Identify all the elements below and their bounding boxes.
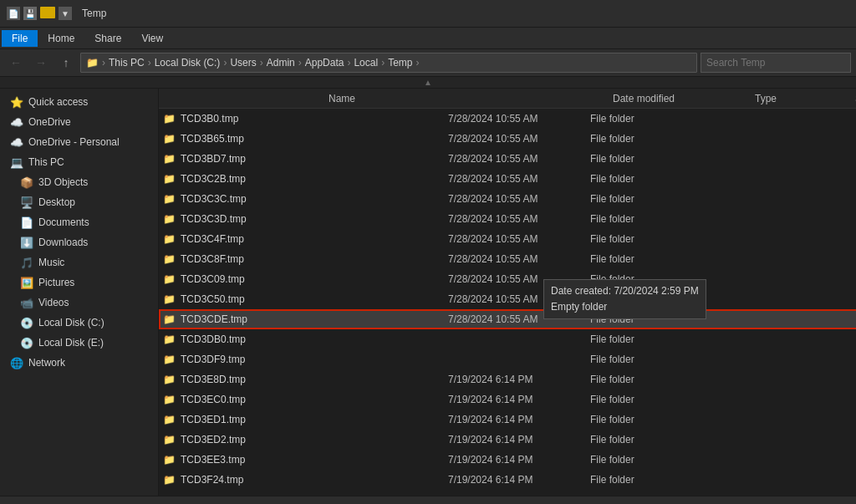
- breadcrumb-appdata[interactable]: AppData: [305, 57, 344, 69]
- file-type: File folder: [590, 354, 690, 365]
- menu-share[interactable]: Share: [84, 30, 131, 47]
- folder-icon-small: 📁: [162, 353, 176, 366]
- table-row[interactable]: 📁 TCD3C8F.tmp 7/28/2024 10:55 AM File fo…: [159, 249, 856, 269]
- file-list: 📁 TCD3B0.tmp 7/28/2024 10:55 AM File fol…: [159, 109, 856, 496]
- file-date: 7/28/2024 10:55 AM: [448, 133, 590, 145]
- file-name: TCD3DB0.tmp: [181, 333, 448, 345]
- file-type: File folder: [590, 273, 690, 285]
- folder-icon-small: 📁: [162, 453, 176, 466]
- sidebar-label-downloads: Downloads: [38, 237, 88, 248]
- sidebar-item-onedrive-personal[interactable]: ☁️ OneDrive - Personal: [0, 132, 158, 152]
- sidebar-item-music[interactable]: 🎵 Music: [0, 252, 158, 272]
- forward-button[interactable]: →: [30, 53, 52, 72]
- file-name: TCD3ED2.tmp: [181, 434, 448, 445]
- computer-icon: 💻: [10, 155, 23, 169]
- table-row[interactable]: 📁 TCD3DB0.tmp File folder: [159, 329, 856, 349]
- file-date: 7/19/2024 6:14 PM: [448, 414, 590, 425]
- sidebar-item-onedrive[interactable]: ☁️ OneDrive: [0, 112, 158, 132]
- menubar: File Home Share View: [0, 27, 856, 48]
- folder-icon-small: 📁: [162, 192, 176, 206]
- folder-icon-small: 📁: [162, 293, 176, 306]
- table-row[interactable]: 📁 TCD3DF9.tmp File folder: [159, 349, 856, 369]
- folder-icon-small: 📁: [162, 212, 176, 226]
- folder-icon-small: 📁: [162, 152, 176, 165]
- col-header-name[interactable]: Name: [322, 89, 606, 108]
- col-header-size[interactable]: Size: [848, 89, 856, 108]
- sidebar-label-network: Network: [28, 357, 65, 369]
- file-date: 7/19/2024 6:14 PM: [448, 374, 590, 385]
- back-button[interactable]: ←: [5, 53, 27, 72]
- breadcrumb-this-pc[interactable]: This PC: [109, 57, 145, 69]
- sidebar-label-videos: Videos: [38, 297, 69, 308]
- table-row[interactable]: 📁 TCD3C50.tmp 7/28/2024 10:55 AM File fo…: [159, 289, 856, 309]
- table-row[interactable]: 📁 TCD3EC0.tmp 7/19/2024 6:14 PM File fol…: [159, 389, 856, 410]
- sidebar-item-this-pc[interactable]: 💻 This PC: [0, 152, 158, 172]
- table-row[interactable]: 📁 TCD3ED2.tmp 7/19/2024 6:14 PM File fol…: [159, 430, 856, 450]
- file-type: File folder: [590, 153, 690, 165]
- menu-home[interactable]: Home: [38, 30, 84, 47]
- col-header-date[interactable]: Date modified: [606, 89, 748, 108]
- sidebar-item-videos[interactable]: 📹 Videos: [0, 293, 158, 313]
- network-icon: 🌐: [10, 356, 23, 369]
- file-name: TCD3BD7.tmp: [181, 153, 448, 165]
- file-type: File folder: [590, 193, 690, 205]
- file-name: TCD3ED1.tmp: [181, 414, 448, 425]
- sidebar-item-downloads[interactable]: ⬇️ Downloads: [0, 232, 158, 252]
- col-header-type[interactable]: Type: [748, 89, 848, 108]
- breadcrumb-local[interactable]: Local: [354, 57, 378, 69]
- table-row[interactable]: 📁 TCD3ED1.tmp 7/19/2024 6:14 PM File fol…: [159, 410, 856, 430]
- column-headers: Name Date modified Type Size: [159, 89, 856, 109]
- sidebar-item-network[interactable]: 🌐 Network: [0, 353, 158, 373]
- table-row[interactable]: 📁 TCD3CDE.tmp 7/28/2024 10:55 AM File fo…: [159, 309, 856, 329]
- sidebar-item-documents[interactable]: 📄 Documents: [0, 212, 158, 232]
- file-date: 7/28/2024 10:55 AM: [448, 313, 590, 325]
- table-row[interactable]: 📁 TCD3C2B.tmp 7/28/2024 10:55 AM File fo…: [159, 169, 856, 189]
- dropdown-icon[interactable]: ▼: [59, 7, 72, 20]
- table-row[interactable]: 📁 TCD3B65.tmp 7/28/2024 10:55 AM File fo…: [159, 129, 856, 149]
- breadcrumb-users[interactable]: Users: [230, 57, 256, 69]
- file-type: File folder: [590, 173, 690, 185]
- desktop-icon: 🖥️: [20, 196, 33, 209]
- file-name: TCD3EC0.tmp: [181, 394, 448, 405]
- breadcrumb-admin[interactable]: Admin: [267, 57, 295, 69]
- table-row[interactable]: 📁 TCD3F24.tmp 7/19/2024 6:14 PM File fol…: [159, 470, 856, 490]
- breadcrumb-local-disk[interactable]: Local Disk (C:): [155, 57, 221, 69]
- sidebar-item-local-disk-c[interactable]: 💿 Local Disk (C:): [0, 313, 158, 333]
- breadcrumb[interactable]: 📁 › This PC › Local Disk (C:) › Users › …: [80, 53, 697, 73]
- table-row[interactable]: 📁 TCD3EE3.tmp 7/19/2024 6:14 PM File fol…: [159, 450, 856, 470]
- file-date: 7/28/2024 10:55 AM: [448, 153, 590, 165]
- content-area: Name Date modified Type Size 📁 TCD3B0.tm…: [159, 89, 856, 496]
- folder-icon-small: 📁: [162, 433, 176, 446]
- folder-icon-small: 📁: [162, 373, 176, 386]
- sidebar-label-music: Music: [38, 257, 64, 268]
- file-date: 7/28/2024 10:55 AM: [448, 233, 590, 245]
- table-row[interactable]: 📁 TCD3B0.tmp 7/28/2024 10:55 AM File fol…: [159, 109, 856, 129]
- sidebar-item-local-disk-e[interactable]: 💿 Local Disk (E:): [0, 333, 158, 353]
- menu-view[interactable]: View: [131, 30, 173, 47]
- videos-icon: 📹: [20, 296, 33, 309]
- sidebar-item-pictures[interactable]: 🖼️ Pictures: [0, 272, 158, 293]
- folder-icon-small: 📁: [162, 132, 176, 145]
- new-icon[interactable]: 📄: [7, 7, 20, 20]
- folder-icon-small: 📁: [162, 333, 176, 346]
- table-row[interactable]: 📁 TCD3C4F.tmp 7/28/2024 10:55 AM File fo…: [159, 229, 856, 249]
- sidebar-item-desktop[interactable]: 🖥️ Desktop: [0, 192, 158, 212]
- sidebar-item-quick-access[interactable]: ⭐ Quick access: [0, 92, 158, 112]
- table-row[interactable]: 📁 TCD3C3D.tmp 7/28/2024 10:55 AM File fo…: [159, 209, 856, 229]
- table-row[interactable]: 📁 TCD3C3C.tmp 7/28/2024 10:55 AM File fo…: [159, 189, 856, 209]
- folder-icon[interactable]: [40, 7, 55, 18]
- cloud-icon: ☁️: [10, 115, 23, 129]
- collapse-row: ▲: [0, 77, 856, 89]
- search-input[interactable]: [701, 53, 851, 73]
- table-row[interactable]: 📁 TCD3C09.tmp 7/28/2024 10:55 AM File fo…: [159, 269, 856, 289]
- breadcrumb-temp[interactable]: Temp: [388, 57, 412, 69]
- save-icon[interactable]: 💾: [23, 7, 37, 20]
- up-button[interactable]: ↑: [55, 53, 77, 72]
- table-row[interactable]: 📁 TCD3E8D.tmp 7/19/2024 6:14 PM File fol…: [159, 369, 856, 389]
- file-type: File folder: [590, 394, 690, 405]
- sidebar-label-desktop: Desktop: [38, 196, 75, 208]
- file-type: File folder: [590, 233, 690, 245]
- menu-file[interactable]: File: [2, 30, 38, 47]
- sidebar-item-3d-objects[interactable]: 📦 3D Objects: [0, 172, 158, 192]
- table-row[interactable]: 📁 TCD3BD7.tmp 7/28/2024 10:55 AM File fo…: [159, 149, 856, 169]
